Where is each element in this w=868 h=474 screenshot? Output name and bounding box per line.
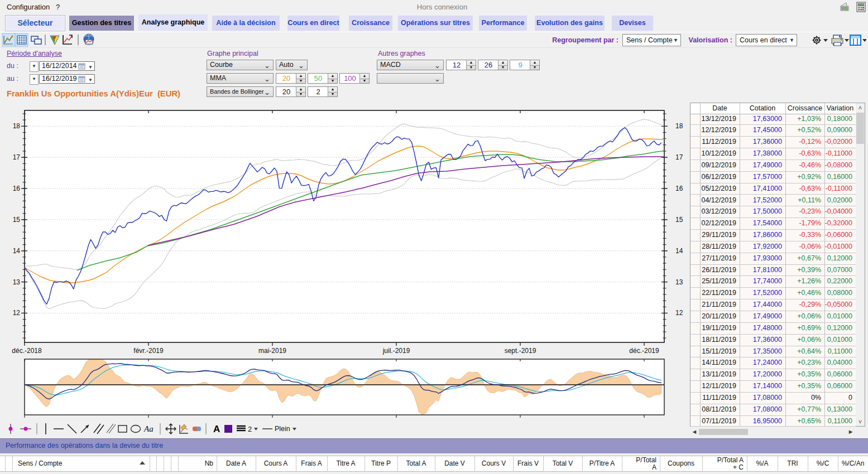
svg-text:2: 2 [248, 425, 252, 433]
svg-text:A: A [213, 424, 220, 434]
svg-text:Aa: Aa [143, 424, 154, 433]
svg-text:Plein: Plein [275, 425, 290, 433]
